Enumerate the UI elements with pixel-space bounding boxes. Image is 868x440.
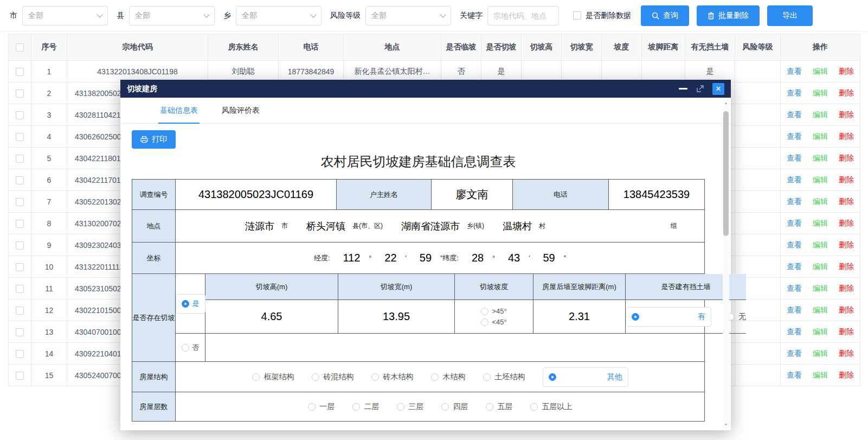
edit-link[interactable]: 编辑 — [813, 219, 828, 227]
row-checkbox[interactable] — [16, 241, 24, 250]
radio-option[interactable]: 一层 — [308, 402, 335, 412]
keyword-input[interactable] — [487, 6, 559, 25]
edit-link[interactable]: 编辑 — [813, 88, 828, 97]
radio-option[interactable]: 三层 — [397, 402, 424, 412]
edit-link[interactable]: 编辑 — [813, 132, 828, 141]
view-link[interactable]: 查看 — [787, 110, 802, 119]
row-checkbox[interactable] — [16, 307, 24, 315]
scrollbar-up-arrow[interactable]: ▲ — [723, 100, 729, 106]
delete-link[interactable]: 删除 — [839, 67, 854, 75]
radio-option[interactable]: 五层以上 — [530, 402, 573, 412]
print-button[interactable]: 打印 — [132, 130, 176, 149]
view-link[interactable]: 查看 — [787, 284, 802, 292]
view-link[interactable]: 查看 — [787, 175, 802, 184]
row-checkbox[interactable] — [16, 68, 24, 76]
view-link[interactable]: 查看 — [787, 371, 802, 379]
view-link[interactable]: 查看 — [787, 67, 802, 75]
radio-option[interactable]: >45° — [481, 307, 506, 315]
filter-county-select[interactable]: 全部 — [129, 6, 215, 25]
filter-city-select[interactable]: 全部 — [22, 6, 108, 25]
delete-link[interactable]: 删除 — [839, 262, 854, 271]
delete-link[interactable]: 删除 — [839, 305, 854, 314]
radio-option[interactable]: 是 — [176, 294, 205, 314]
filter-town-select[interactable]: 全部 — [236, 6, 322, 25]
row-checkbox-cell — [9, 104, 31, 126]
delete-link[interactable]: 删除 — [839, 284, 854, 292]
edit-link[interactable]: 编辑 — [813, 154, 828, 162]
batch-delete-button[interactable]: 批量删除 — [697, 5, 760, 26]
edit-link[interactable]: 编辑 — [813, 371, 828, 379]
radio-option[interactable]: 其他 — [543, 367, 628, 387]
view-link[interactable]: 查看 — [787, 240, 802, 249]
view-link[interactable]: 查看 — [787, 154, 802, 162]
tab-risk-evaluation[interactable]: 风险评价表 — [220, 98, 261, 123]
scrollbar-thumb[interactable] — [723, 111, 729, 236]
tab-basic-info[interactable]: 基础信息表 — [158, 98, 200, 123]
delete-link[interactable]: 删除 — [839, 327, 854, 336]
edit-link[interactable]: 编辑 — [813, 197, 828, 206]
radio-option[interactable]: 无 — [726, 307, 746, 327]
row-checkbox[interactable] — [16, 285, 24, 293]
row-checkbox[interactable] — [16, 133, 24, 141]
delete-link[interactable]: 删除 — [839, 240, 854, 249]
edit-link[interactable]: 编辑 — [813, 67, 828, 75]
row-checkbox[interactable] — [16, 155, 24, 163]
delete-link[interactable]: 删除 — [839, 197, 854, 206]
delete-link[interactable]: 删除 — [839, 175, 854, 184]
radio-option[interactable]: 木结构 — [431, 372, 466, 382]
view-link[interactable]: 查看 — [787, 132, 802, 141]
select-all-checkbox[interactable] — [16, 43, 24, 52]
view-link[interactable]: 查看 — [787, 219, 802, 227]
row-checkbox[interactable] — [16, 263, 24, 271]
row-checkbox[interactable] — [16, 176, 24, 184]
delete-link[interactable]: 删除 — [839, 349, 854, 358]
close-icon[interactable]: ✕ — [712, 83, 724, 95]
radio-option[interactable]: <45° — [481, 318, 506, 326]
edit-link[interactable]: 编辑 — [813, 175, 828, 184]
edit-link[interactable]: 编辑 — [813, 327, 828, 336]
radio-option[interactable]: 框架结构 — [252, 372, 294, 382]
edit-link[interactable]: 编辑 — [813, 305, 828, 314]
view-link[interactable]: 查看 — [787, 349, 802, 358]
radio-option[interactable]: 二层 — [352, 402, 380, 412]
edit-link[interactable]: 编辑 — [813, 110, 828, 119]
delete-link[interactable]: 删除 — [839, 371, 854, 379]
edit-link[interactable]: 编辑 — [813, 240, 828, 249]
maximize-icon[interactable] — [696, 85, 704, 93]
row-checkbox[interactable] — [16, 111, 24, 119]
row-checkbox[interactable] — [16, 90, 24, 98]
row-checkbox[interactable] — [16, 198, 24, 206]
scrollbar-down-arrow[interactable]: ▼ — [723, 422, 729, 428]
row-checkbox[interactable] — [16, 372, 24, 380]
row-checkbox[interactable] — [16, 328, 24, 336]
radio-option[interactable]: 有 — [626, 307, 711, 327]
radio-option[interactable]: 否 — [182, 343, 200, 353]
edit-link[interactable]: 编辑 — [813, 349, 828, 358]
view-link[interactable]: 查看 — [787, 197, 802, 206]
radio-option[interactable]: 五层 — [486, 402, 513, 412]
view-link[interactable]: 查看 — [787, 305, 802, 314]
delete-link[interactable]: 删除 — [839, 154, 854, 162]
row-checkbox[interactable] — [16, 350, 24, 358]
view-link[interactable]: 查看 — [787, 262, 802, 271]
deleted-data-checkbox[interactable] — [573, 11, 581, 20]
view-link[interactable]: 查看 — [787, 88, 802, 97]
filter-city-label: 市 — [10, 11, 17, 21]
deleted-data-checkbox-group[interactable]: 是否删除数据 — [573, 11, 631, 21]
delete-link[interactable]: 删除 — [839, 88, 854, 97]
row-checkbox[interactable] — [16, 220, 24, 228]
view-link[interactable]: 查看 — [787, 327, 802, 336]
radio-option[interactable]: 砖混结构 — [312, 372, 354, 382]
delete-link[interactable]: 删除 — [839, 219, 854, 227]
search-button[interactable]: 查询 — [641, 5, 689, 26]
edit-link[interactable]: 编辑 — [813, 262, 828, 271]
radio-option[interactable]: 土坯结构 — [483, 372, 525, 382]
edit-link[interactable]: 编辑 — [813, 284, 828, 292]
minimize-icon[interactable] — [679, 88, 687, 90]
radio-option[interactable]: 砖木结构 — [371, 372, 414, 382]
filter-risk-select[interactable]: 全部 — [365, 6, 451, 25]
delete-link[interactable]: 删除 — [839, 110, 854, 119]
export-button[interactable]: 导出 — [767, 5, 813, 26]
radio-option[interactable]: 四层 — [441, 402, 468, 412]
delete-link[interactable]: 删除 — [839, 132, 854, 141]
